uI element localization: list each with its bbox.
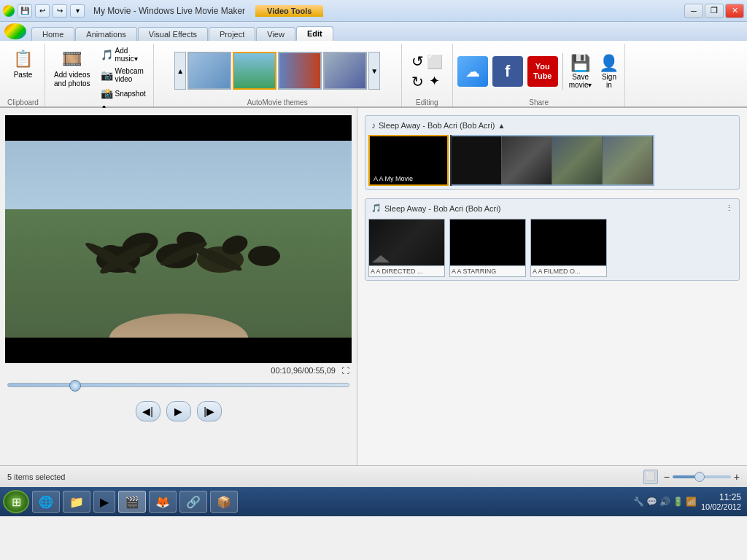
title-clip[interactable]: A A My Movie [368,135,449,186]
taskbar-app1[interactable]: 🔗 [179,491,207,513]
progress-bar[interactable] [7,383,349,387]
tab-edit[interactable]: Edit [296,26,333,41]
app-icon [3,5,15,17]
share-content: ☁ f YouTube 💾 Savemovie▾ 👤 Signin [457,45,621,97]
start-button[interactable]: ⊞ [3,490,29,513]
title-bar: 💾 ↩ ↪ ▾ My Movie - Windows Live Movie Ma… [0,0,747,22]
taskbar-movie-maker[interactable]: 🎬 [118,491,146,513]
tray-icon-5: 📶 [686,497,697,507]
paste-label: Paste [14,71,33,79]
storyboard-clip-2[interactable]: A A STARRING [449,219,526,277]
rotate-right-button[interactable]: ↻ [411,73,424,90]
taskbar-ie[interactable]: 🌐 [32,491,60,513]
facebook-button[interactable]: f [492,56,523,87]
quick-access-save[interactable]: 💾 [18,4,32,18]
theme-scroll-down[interactable]: ▼ [368,52,380,90]
progress-thumb[interactable] [69,380,81,392]
quick-access-redo[interactable]: ↪ [53,4,67,18]
skydrive-button[interactable]: ☁ [457,56,488,87]
zoom-thumb[interactable] [694,472,705,482]
start-icon: ⊞ [12,495,21,509]
zoom-slider[interactable] [673,475,731,478]
webcam-icon: 📷 [101,69,113,81]
next-frame-button[interactable]: |▶ [197,401,222,421]
home-icon[interactable] [4,23,26,39]
taskbar-explorer[interactable]: 📁 [63,491,90,513]
crop-button[interactable]: ⬜ [427,54,443,70]
sign-in-icon: 👤 [599,54,619,73]
automovie-content: ▲ ▼ [174,45,380,97]
sign-in-button[interactable]: 👤 Signin [597,52,620,90]
theme-cinematic[interactable] [278,52,322,90]
storyboard-track-title: Sleep Away - Bob Acri (Bob Acri) [384,204,500,213]
rotate-left-button[interactable]: ↺ [411,52,424,70]
zoom-in-button[interactable]: + [734,471,740,483]
tab-view[interactable]: View [256,27,295,41]
film-strip[interactable] [450,135,654,186]
theme-fade[interactable] [323,52,367,90]
main-area: 00:10,96/00:55,09 ⛶ ◀| ▶ |▶ ♪ Sleep Away… [0,108,747,465]
add-music-button[interactable]: 🎵 Addmusic▾ [98,45,149,64]
add-videos-label: Add videosand photos [54,71,90,88]
theme-contemporary[interactable] [233,52,276,90]
tab-home[interactable]: Home [31,27,74,41]
storyboard-clips: A A DIRECTED ... A A STARRING A A FILM [368,219,736,277]
storyboard-clip-1[interactable]: A A DIRECTED ... [368,219,445,277]
automovie-label: AutoMovie themes [247,98,308,106]
share-separator [562,53,563,90]
playhead [450,135,452,186]
webcam-button[interactable]: 📷 Webcamvideo [98,66,149,85]
music-track-container: ♪ Sleep Away - Bob Acri (Bob Acri) ▲ A A… [365,115,740,190]
storyboard-label-text-3: A FILMED O... [538,268,581,275]
clock: 11:25 10/02/2012 [701,492,741,511]
correct-icon: ✦ [429,73,440,89]
prev-frame-button[interactable]: ◀| [136,401,160,421]
add-videos-photos-button[interactable]: 🎞️ Add videosand photos [50,45,95,90]
minimize-button[interactable]: ─ [684,4,703,18]
tab-visual-effects[interactable]: Visual Effects [138,27,208,41]
track-collapse-button[interactable]: ▲ [498,122,505,130]
clock-date: 10/02/2012 [701,502,741,511]
storyboard-label-text-2: A STARRING [457,268,497,275]
zoom-out-button[interactable]: − [664,471,670,483]
status-icon-1[interactable]: ⬜ [643,470,658,484]
theme-scroll-up[interactable]: ▲ [174,52,186,90]
paste-icon: 📋 [12,47,35,71]
ribbon-content: 📋 Paste Clipboard 🎞️ Add videosand photo… [0,41,747,106]
correct-button[interactable]: ✦ [427,73,443,89]
video-tools-tab[interactable]: Video Tools [255,5,323,17]
storyboard-label-icon-1: A [371,268,375,275]
status-right: ⬜ − + [643,470,740,484]
taskbar-app2[interactable]: 📦 [210,491,238,513]
quick-access-dropdown[interactable]: ▾ [70,4,85,18]
ribbon-group-add: 🎞️ Add videosand photos 🎵 Addmusic▾ 📷 We… [45,44,154,106]
close-button[interactable]: ✕ [725,4,744,18]
clock-time: 11:25 [701,492,741,502]
maximize-button[interactable]: ❐ [705,4,724,18]
progress-bar-container[interactable] [7,378,349,392]
webcam-label: Webcamvideo [115,67,144,83]
quick-access-undo[interactable]: ↩ [35,4,50,18]
taskbar: ⊞ 🌐 📁 ▶ 🎬 🦊 🔗 📦 🔧 💬 🔊 🔋 📶 11:25 10/02/20… [0,487,747,516]
tab-project[interactable]: Project [209,27,255,41]
theme-default[interactable] [187,52,231,90]
save-movie-icon: 💾 [570,54,590,73]
film-frame-1 [452,136,502,184]
taskbar-firefox[interactable]: 🦊 [149,491,177,513]
youtube-button[interactable]: YouTube [527,56,558,87]
timeline-panel: ♪ Sleep Away - Bob Acri (Bob Acri) ▲ A A… [357,108,747,465]
video-preview [5,115,352,363]
save-movie-button[interactable]: 💾 Savemovie▾ [568,52,594,90]
taskbar-media-player[interactable]: ▶ [93,491,115,513]
storyboard-label-3: A A FILMED O... [530,266,607,277]
storyboard-clip-3[interactable]: A A FILMED O... [530,219,607,277]
add-sub-buttons: 🎵 Addmusic▾ 📷 Webcamvideo 📸 Snapshot A▾ [98,45,149,117]
tab-animations[interactable]: Animations [75,27,136,41]
play-button[interactable]: ▶ [166,401,191,421]
system-tray: 🔧 💬 🔊 🔋 📶 [633,497,697,507]
snapshot-button[interactable]: 📸 Snapshot [98,86,149,101]
storyboard-collapse-button[interactable]: ⋮ [725,203,733,213]
paste-button[interactable]: 📋 Paste [7,45,39,82]
expand-icon[interactable]: ⛶ [341,366,349,375]
storyboard-label-1: A A DIRECTED ... [368,266,445,277]
